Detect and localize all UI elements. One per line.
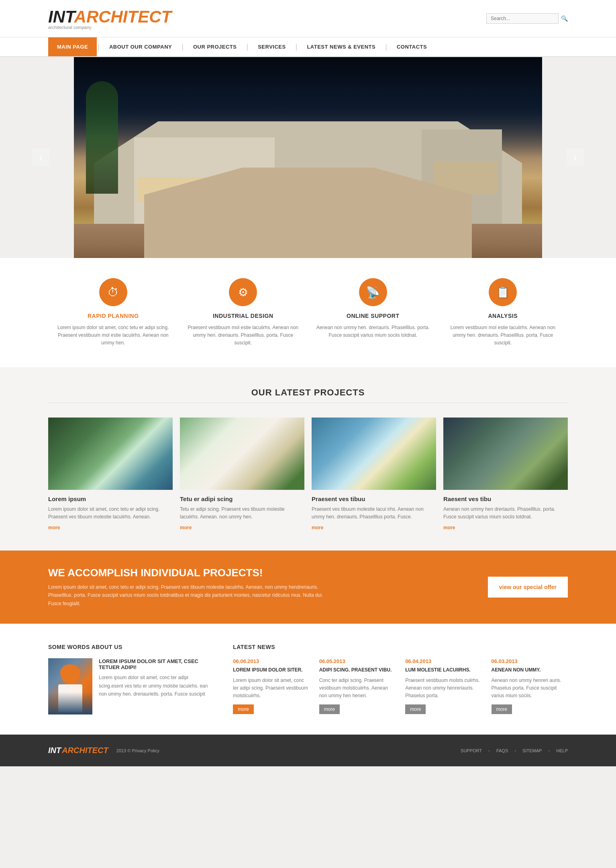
online-support-icon: 📡 [359,278,387,306]
nav-item-about[interactable]: ABOUT OUR COMPANY [100,37,181,56]
projects-section: OUR LATEST PROJECTS Lorem ipsum Lorem ip… [0,367,616,551]
logo-int: INT [48,7,74,26]
about-inner: LOREM IPSUM DOLOR SIT AMET, CSEC TETUER … [48,658,209,714]
news-title-3: LUM MOLESTIE LACUIIRHS. [405,667,481,674]
news-desc-4: Aenean non ummy henreri auris. Phaselus … [492,677,568,700]
footer-copyright: 2013 © Privacy Policy [116,748,159,753]
project-card-1: Lorem ipsum Lorem ipsum dolor sit amet, … [48,418,173,530]
main-nav: MAIN PAGE | ABOUT OUR COMPANY | OUR PROJ… [0,37,616,57]
about-person-title: LOREM IPSUM DOLOR SIT AMET, CSEC TETUER … [99,658,209,670]
project-more-4[interactable]: more [443,525,568,530]
logo-architect: ARCHITECT [74,7,172,26]
footer: INT ARCHITECT 2013 © Privacy Policy SUPP… [0,735,616,766]
rapid-planning-desc: Lorem ipsum dolor sit amet, conc tetu er… [56,324,170,347]
project-more-1[interactable]: more [48,525,173,530]
nav-item-projects[interactable]: OUR PROJECTS [184,37,246,56]
footer-sep-1: • [488,748,490,753]
footer-link-support[interactable]: SUPPORT [461,748,482,753]
news-date-3: 06.04.2013 [405,658,481,664]
analysis-icon: 📋 [489,278,517,306]
project-title-1: Lorem ipsum [48,495,173,502]
footer-logo-arch: ARCHITECT [62,746,108,755]
features-section: ⏱ RAPID PLANNING Lorem ipsum dolor sit a… [0,258,616,367]
news-date-1: 06.06.2013 [233,658,309,664]
industrial-design-desc: Praesent vestibuum mol estie lacuiirhs. … [186,324,300,347]
project-desc-1: Lorem ipsum dolor sit amet, conc tetu er… [48,506,173,521]
slider-next-button[interactable]: › [566,149,584,166]
nav-sep-2: | [181,43,184,51]
logo: INTARCHITECT architectural company [48,7,171,30]
news-item-1: 06.06.2013 LOREM IPSUM DOLOR SITER. Lore… [233,658,309,714]
project-more-3[interactable]: more [312,525,436,530]
slider-prev-button[interactable]: ‹ [32,149,50,166]
industrial-design-icon: ⚙ [229,278,257,306]
online-support-title: ONLINE SUPPORT [316,313,430,319]
nav-sep-5: | [384,43,388,51]
feature-online-support: 📡 ONLINE SUPPORT Aenean non ummy hen. dr… [308,278,438,347]
analysis-title: ANALYSIS [446,313,560,319]
about-photo [48,658,92,714]
news-date-4: 06.03.2013 [492,658,568,664]
feature-industrial-design: ⚙ INDUSTRIAL DESIGN Praesent vestibuum m… [178,278,308,347]
footer-sep-2: • [514,748,516,753]
about-text: LOREM IPSUM DOLOR SIT AMET, CSEC TETUER … [99,658,209,714]
projects-grid: Lorem ipsum Lorem ipsum dolor sit amet, … [48,418,568,530]
cta-button[interactable]: view our special offer [488,577,568,598]
news-section-title: LATEST NEWS [233,644,568,650]
news-title-4: AENEAN NON UMMY. [492,667,568,674]
rapid-planning-title: RAPID PLANNING [56,313,170,319]
nav-item-contacts[interactable]: CONTACTS [388,37,436,56]
about-person-desc: Lorem ipsum dolor sit amet, conc ter adi… [99,674,209,698]
cta-title: WE ACCOMPLISH INDIVIDUAL PROJECTS! [48,567,329,579]
feature-rapid-planning: ⏱ RAPID PLANNING Lorem ipsum dolor sit a… [48,278,178,347]
project-card-2: Tetu er adipi scing Tetu er adipi scing.… [180,418,304,530]
news-more-btn-4[interactable]: more [492,704,512,714]
project-card-4: Raesent ves tibu Aenean non ummy hen dre… [443,418,568,530]
news-title-1: LOREM IPSUM DOLOR SITER. [233,667,309,674]
projects-divider [48,403,568,403]
news-desc-2: Conc ter adipi scing. Praesent vestibuum… [319,677,396,700]
header: INTARCHITECT architectural company 🔍 [0,0,616,37]
footer-logo-int: INT [48,746,61,755]
online-support-desc: Aenean non ummy hen. dreriauris. Phasell… [316,324,430,339]
nav-item-services[interactable]: SERVICES [249,37,295,56]
industrial-design-title: INDUSTRIAL DESIGN [186,313,300,319]
project-more-2[interactable]: more [180,525,304,530]
cta-text: WE ACCOMPLISH INDIVIDUAL PROJECTS! Lorem… [48,567,329,608]
hero-image [74,57,542,258]
news-title-2: ADIPI SCING. PRAESENT VIBU. [319,667,396,674]
search-button[interactable]: 🔍 [561,15,568,22]
rapid-planning-icon: ⏱ [99,278,127,306]
project-image-1 [48,418,173,490]
project-desc-3: Praesent ves tibuum molestie lacui irhs.… [312,506,436,521]
search-area: 🔍 [486,13,568,24]
nav-sep-1: | [97,43,100,51]
project-card-3: Praesent ves tibuu Praesent ves tibuum m… [312,418,436,530]
about-section-title: SOME WORDS ABOUT US [48,644,209,650]
project-desc-4: Aenean non ummy hen dreriauris. Phaselll… [443,506,568,521]
news-grid: 06.06.2013 LOREM IPSUM DOLOR SITER. Lore… [233,658,568,714]
nav-sep-4: | [295,43,298,51]
projects-section-title: OUR LATEST PROJECTS [48,387,568,398]
footer-links: SUPPORT • FAQS • SITEMAP • HELP [461,748,568,753]
news-more-btn-3[interactable]: more [405,704,426,714]
footer-sep-3: • [548,748,550,753]
nav-item-news[interactable]: LATEST NEWS & EVENTS [298,37,384,56]
footer-link-help[interactable]: HELP [556,748,568,753]
news-more-btn-2[interactable]: more [319,704,340,714]
hero-slider: ‹ › [0,57,616,258]
project-title-2: Tetu er adipi scing [180,495,304,502]
nav-item-main-page[interactable]: MAIN PAGE [48,37,97,56]
footer-link-sitemap[interactable]: SITEMAP [522,748,542,753]
footer-link-faqs[interactable]: FAQS [496,748,508,753]
project-image-2 [180,418,304,490]
news-more-btn-1[interactable]: more [233,704,253,714]
project-image-3 [312,418,436,490]
search-input[interactable] [486,13,559,24]
news-item-3: 06.04.2013 LUM MOLESTIE LACUIIRHS. Praes… [405,658,481,714]
nav-sep-3: | [245,43,249,51]
about-column: SOME WORDS ABOUT US LOREM IPSUM DOLOR SI… [48,644,209,714]
feature-analysis: 📋 ANALYSIS Lorem vestibuum mol estie lac… [438,278,568,347]
news-item-2: 06.05.2013 ADIPI SCING. PRAESENT VIBU. C… [319,658,396,714]
news-column: LATEST NEWS 06.06.2013 LOREM IPSUM DOLOR… [233,644,568,714]
